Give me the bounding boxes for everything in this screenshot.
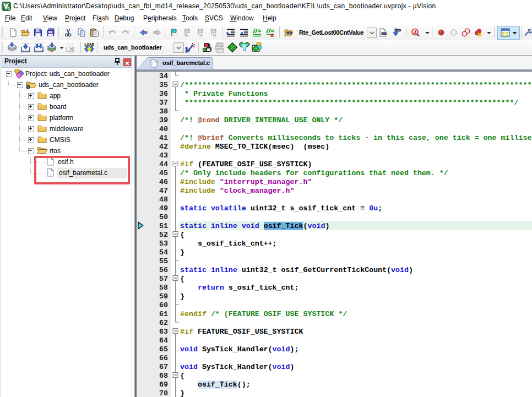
svg-text:d: d bbox=[414, 29, 417, 35]
svg-text:5: 5 bbox=[8, 7, 10, 10]
